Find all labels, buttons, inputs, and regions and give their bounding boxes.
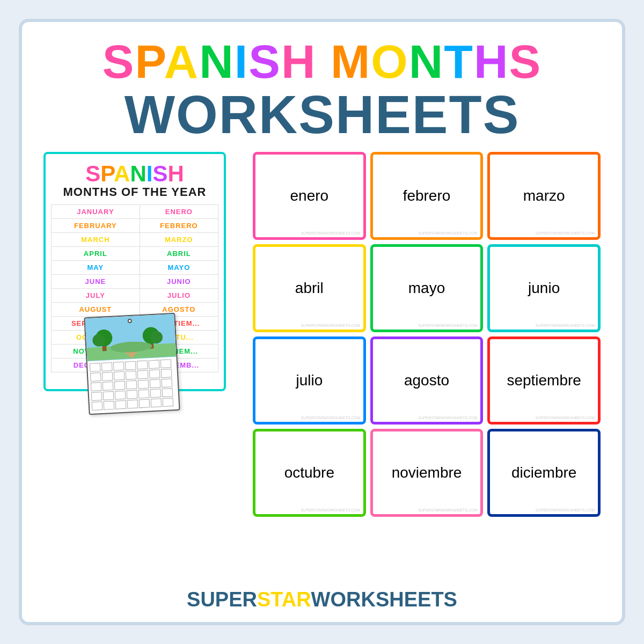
flash-card: mayoSUPERSTARWORKSHEETS.COM: [370, 244, 484, 332]
cal-cell: [126, 380, 137, 390]
month-es: ABRIL: [140, 247, 218, 261]
flash-card-word: febrero: [403, 187, 451, 204]
cal-cell: [114, 381, 126, 390]
worksheet-panel: SPANISH MONTHS OF THE YEAR JANUARYENEROF…: [43, 152, 242, 391]
cal-cell: [91, 382, 102, 391]
cal-cell: [115, 400, 127, 409]
cal-cell: [91, 392, 103, 401]
month-es: FEBRERO: [140, 219, 218, 233]
flash-card-word: septiembre: [507, 372, 581, 389]
month-en: MAY: [52, 261, 140, 275]
flash-card: junioSUPERSTARWORKSHEETS.COM: [487, 244, 601, 332]
cal-cell: [161, 369, 172, 378]
flash-card: eneroSUPERSTARWORKSHEETS.COM: [253, 152, 366, 240]
flash-card: septiembreSUPERSTARWORKSHEETS.COM: [487, 336, 601, 425]
cal-cell: [138, 389, 150, 398]
cal-cell: [160, 359, 172, 368]
flash-card-credit: SUPERSTARWORKSHEETS.COM: [536, 231, 595, 235]
flashcards-panel: eneroSUPERSTARWORKSHEETS.COMfebreroSUPER…: [253, 152, 601, 517]
flash-card-word: abril: [295, 280, 324, 297]
cal-cell: [137, 370, 149, 379]
cal-cell: [126, 371, 137, 380]
footer: SUPER STAR WORKSHEETS: [187, 588, 457, 611]
cal-scene: [85, 314, 176, 362]
flash-card: abrilSUPERSTARWORKSHEETS.COM: [253, 244, 366, 332]
cal-cell: [90, 363, 101, 372]
cal-cell: [92, 401, 103, 411]
flash-card: marzoSUPERSTARWORKSHEETS.COM: [487, 152, 601, 240]
title-area: SPANISH MONTHS WORKSHEETS: [43, 38, 601, 141]
flash-card-credit: SUPERSTARWORKSHEETS.COM: [301, 508, 360, 512]
flash-card-word: mayo: [408, 280, 445, 297]
flash-card: octubreSUPERSTARWORKSHEETS.COM: [253, 429, 366, 517]
month-en: JANUARY: [52, 205, 140, 219]
cal-cell: [127, 390, 138, 399]
month-es: JUNIO: [140, 275, 218, 289]
month-en: APRIL: [52, 247, 140, 261]
cal-cell: [103, 382, 114, 391]
flash-card-word: agosto: [404, 372, 449, 389]
flash-card: noviembreSUPERSTARWORKSHEETS.COM: [370, 429, 484, 517]
main-container: SPANISH MONTHS WORKSHEETS SPANISH MONTHS…: [19, 19, 625, 625]
flash-card: agostoSUPERSTARWORKSHEETS.COM: [370, 336, 484, 425]
cal-cell: [162, 378, 173, 387]
cal-grid: [87, 357, 179, 414]
flash-card-credit: SUPERSTARWORKSHEETS.COM: [301, 231, 360, 235]
cal-cell: [113, 362, 125, 371]
month-es: MAYO: [140, 261, 218, 275]
flash-card: diciembreSUPERSTARWORKSHEETS.COM: [487, 429, 601, 517]
cal-cell: [162, 388, 173, 397]
flash-card-credit: SUPERSTARWORKSHEETS.COM: [418, 416, 477, 420]
flash-card: julioSUPERSTARWORKSHEETS.COM: [253, 336, 366, 425]
cal-cell: [162, 398, 173, 407]
cal-cell: [127, 400, 138, 409]
month-en: JULY: [52, 289, 140, 303]
footer-super: SUPER: [187, 588, 257, 611]
title-line1: SPANISH MONTHS: [43, 38, 601, 85]
month-es: ENERO: [140, 205, 218, 219]
cal-cell: [125, 361, 136, 370]
cal-cell: [149, 360, 160, 369]
flash-card-credit: SUPERSTARWORKSHEETS.COM: [301, 324, 360, 327]
flash-card-word: noviembre: [392, 464, 462, 481]
flash-card-credit: SUPERSTARWORKSHEETS.COM: [536, 416, 595, 420]
flash-card-credit: SUPERSTARWORKSHEETS.COM: [536, 508, 595, 512]
cal-cell: [103, 391, 114, 400]
cal-cell: [101, 362, 113, 371]
ws-title-spanish: SPANISH: [51, 163, 218, 185]
flash-card-word: marzo: [523, 187, 565, 204]
flash-card: febreroSUPERSTARWORKSHEETS.COM: [370, 152, 484, 240]
month-en: JUNE: [52, 275, 140, 289]
title-line2: WORKSHEETS: [43, 87, 601, 141]
flash-card-word: junio: [528, 280, 560, 297]
month-es: MARZO: [140, 233, 218, 247]
cal-cell: [115, 391, 126, 400]
cal-cell: [149, 369, 160, 378]
cal-cell: [138, 399, 150, 408]
flash-card-credit: SUPERSTARWORKSHEETS.COM: [418, 231, 477, 235]
month-es: JULIO: [140, 289, 218, 303]
cal-cell: [137, 360, 148, 369]
month-en: FEBRUARY: [52, 219, 140, 233]
flash-card-credit: SUPERSTARWORKSHEETS.COM: [418, 324, 477, 327]
flash-card-credit: SUPERSTARWORKSHEETS.COM: [418, 508, 477, 512]
flash-card-word: diciembre: [511, 464, 576, 481]
cal-cell: [90, 372, 101, 382]
cal-cell: [150, 389, 162, 398]
cal-cell: [102, 372, 113, 381]
flash-card-credit: SUPERSTARWORKSHEETS.COM: [301, 416, 360, 420]
cal-cell: [114, 371, 125, 380]
ws-title-months: MONTHS OF THE YEAR: [51, 185, 218, 199]
cal-cell: [138, 379, 149, 389]
flash-card-word: julio: [296, 372, 323, 389]
footer-star: STAR: [257, 588, 311, 611]
footer-worksheets: WORKSHEETS: [311, 588, 457, 611]
flash-card-word: octubre: [284, 464, 334, 481]
flash-card-word: enero: [290, 187, 329, 204]
cal-cell: [104, 401, 115, 410]
cal-cell: [150, 379, 161, 388]
cal-cell: [150, 398, 162, 407]
content-row: SPANISH MONTHS OF THE YEAR JANUARYENEROF…: [43, 152, 601, 577]
flash-card-credit: SUPERSTARWORKSHEETS.COM: [536, 324, 595, 327]
month-en: MARCH: [52, 233, 140, 247]
